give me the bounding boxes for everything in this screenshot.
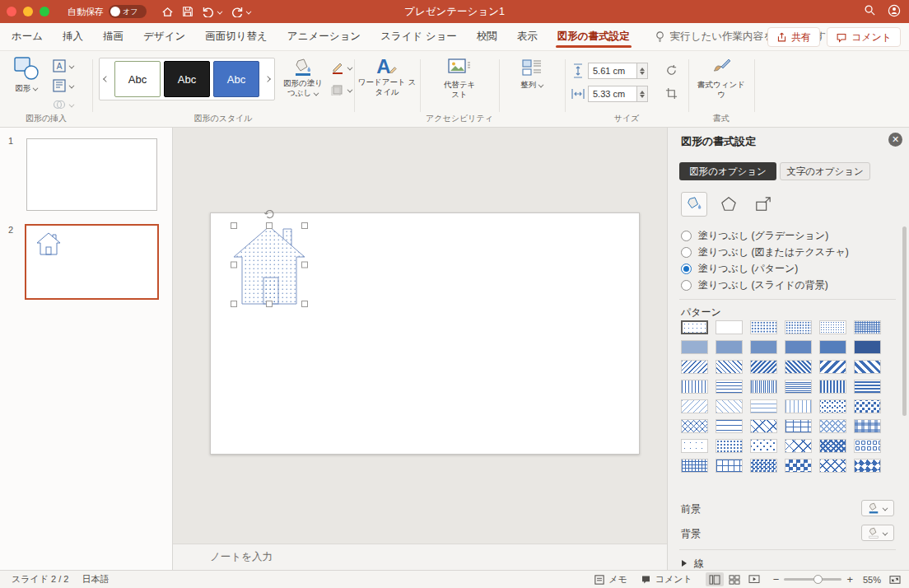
pattern-swatch-sm-grid[interactable] xyxy=(681,459,708,473)
gallery-prev-button[interactable] xyxy=(100,58,113,100)
gallery-next-button[interactable] xyxy=(261,58,274,100)
share-button[interactable]: 共有 xyxy=(767,27,820,47)
merge-shapes-button[interactable] xyxy=(53,99,74,110)
house-shape[interactable] xyxy=(234,226,305,304)
pattern-swatch-dk-up-diag[interactable] xyxy=(785,360,812,374)
shape-height-input[interactable] xyxy=(588,63,637,79)
notes-bar[interactable]: ノートを入力 xyxy=(173,544,667,570)
undo-button[interactable] xyxy=(202,6,222,17)
tab-insert[interactable]: 挿入 xyxy=(63,23,83,50)
tab-draw[interactable]: 描画 xyxy=(103,23,124,50)
tab-slideshow[interactable]: スライド ショー xyxy=(380,23,457,50)
pattern-swatch-dot70[interactable] xyxy=(750,340,777,354)
effects-tab[interactable] xyxy=(716,192,742,217)
foreground-color-button[interactable] xyxy=(861,500,894,516)
pattern-swatch-dot20[interactable] xyxy=(750,320,777,334)
crop-button[interactable] xyxy=(665,87,678,102)
fill-option-pattern[interactable]: 塗りつぶし (パターン) xyxy=(681,261,798,276)
pattern-swatch-lt-horz[interactable] xyxy=(716,380,743,394)
pattern-swatch-divot[interactable] xyxy=(681,439,708,453)
pattern-swatch-diag-brick[interactable] xyxy=(750,419,777,433)
notes-toggle-button[interactable]: メモ xyxy=(594,573,627,586)
pattern-swatch-dot5[interactable] xyxy=(681,320,708,334)
fit-slide-button[interactable] xyxy=(889,575,901,585)
height-stepper[interactable] xyxy=(637,63,648,79)
pattern-swatch-dash-up-diag[interactable] xyxy=(716,399,743,413)
shape-outline-button[interactable] xyxy=(331,61,352,74)
close-pane-button[interactable]: ✕ xyxy=(888,133,902,147)
pattern-swatch-out-diamond[interactable] xyxy=(819,459,846,473)
rotate-button[interactable] xyxy=(665,64,678,79)
format-pane-button[interactable]: 書式ウィンドウ xyxy=(697,58,746,100)
pattern-swatch-lg-grid[interactable] xyxy=(716,459,743,473)
shape-style-preset-3[interactable]: Abc xyxy=(213,61,259,97)
pane-tab-shape-options[interactable]: 図形のオプション xyxy=(679,162,776,180)
tab-view[interactable]: 表示 xyxy=(517,23,538,50)
line-section-header[interactable]: 線 xyxy=(681,556,704,571)
tab-shape-format[interactable]: 図形の書式設定 xyxy=(557,23,630,50)
shape-fill-button[interactable]: 図形の塗りつぶし xyxy=(280,58,326,98)
comments-toggle-button[interactable]: コメント xyxy=(641,573,692,586)
pattern-swatch-weave[interactable] xyxy=(819,419,846,433)
redo-button[interactable] xyxy=(231,6,251,17)
tab-design[interactable]: デザイン xyxy=(143,23,185,50)
pattern-swatch-wide-up-diag[interactable] xyxy=(854,360,881,374)
pattern-swatch-sm-check[interactable] xyxy=(750,459,777,473)
slide-thumbnail-2[interactable] xyxy=(25,224,159,300)
pattern-swatch-dot60[interactable] xyxy=(716,340,743,354)
pattern-swatch-dk-horz[interactable] xyxy=(854,380,881,394)
slide-canvas[interactable] xyxy=(173,128,667,544)
size-properties-tab[interactable] xyxy=(750,192,776,217)
pattern-swatch-dot50[interactable] xyxy=(681,340,708,354)
pattern-swatch-lt-up-diag[interactable] xyxy=(716,360,743,374)
pattern-swatch-lg-check[interactable] xyxy=(785,459,812,473)
pattern-swatch-dot10[interactable] xyxy=(716,320,743,334)
pattern-swatch-lt-down-diag[interactable] xyxy=(681,360,708,374)
pattern-swatch-dash-down-diag[interactable] xyxy=(681,399,708,413)
pattern-swatch-dot30[interactable] xyxy=(819,320,846,334)
shape-style-preset-1[interactable]: Abc xyxy=(114,61,161,97)
pane-scrollbar[interactable] xyxy=(902,226,907,416)
search-button[interactable] xyxy=(864,4,876,19)
autosave-switch[interactable]: オフ xyxy=(109,5,147,18)
alt-text-button[interactable]: 代替テキスト xyxy=(440,58,479,100)
pattern-swatch-sphere[interactable] xyxy=(854,439,881,453)
pattern-swatch-dot90[interactable] xyxy=(854,340,881,354)
slideshow-view-button[interactable] xyxy=(745,572,763,586)
arrange-button[interactable]: 整列 xyxy=(512,58,552,90)
shape-effects-button[interactable] xyxy=(331,84,352,96)
zoom-window-button[interactable] xyxy=(40,7,49,16)
tab-home[interactable]: ホーム xyxy=(12,23,43,50)
pattern-swatch-dk-down-diag[interactable] xyxy=(750,360,777,374)
pane-tab-text-options[interactable]: 文字のオプション xyxy=(780,162,870,180)
pattern-swatch-lg-confetti[interactable] xyxy=(854,399,881,413)
tab-animations[interactable]: アニメーション xyxy=(287,23,361,50)
insert-textbox-button[interactable]: A xyxy=(53,59,74,72)
zoom-out-button[interactable]: − xyxy=(773,573,780,586)
pattern-swatch-wave[interactable] xyxy=(716,419,743,433)
home-button[interactable] xyxy=(161,6,174,18)
pattern-swatch-sm-confetti[interactable] xyxy=(819,399,846,413)
normal-view-button[interactable] xyxy=(706,572,724,586)
pattern-swatch-narrow-vert[interactable] xyxy=(750,380,777,394)
zoom-slider[interactable] xyxy=(784,578,841,581)
pattern-swatch-dash-horz[interactable] xyxy=(750,399,777,413)
insert-vertical-textbox-button[interactable] xyxy=(53,79,74,92)
autosave-toggle[interactable]: 自動保存 オフ xyxy=(68,5,147,18)
pattern-swatch-shingle[interactable] xyxy=(785,439,812,453)
pattern-swatch-trellis[interactable] xyxy=(819,439,846,453)
pattern-swatch-horz-brick[interactable] xyxy=(785,419,812,433)
fill-option-slide-background[interactable]: 塗りつぶし (スライドの背景) xyxy=(681,278,828,292)
tab-review[interactable]: 校閲 xyxy=(477,23,497,50)
tab-transitions[interactable]: 画面切り替え xyxy=(205,23,268,50)
selected-house-shape[interactable] xyxy=(224,206,319,313)
wordart-styles-button[interactable]: A ワードアート スタイル xyxy=(357,56,417,97)
pattern-swatch-dot80[interactable] xyxy=(819,340,846,354)
pattern-swatch-dot25[interactable] xyxy=(785,320,812,334)
zoom-in-button[interactable]: + xyxy=(846,573,853,586)
pattern-swatch-plaid[interactable] xyxy=(854,419,881,433)
comments-button[interactable]: コメント xyxy=(827,27,901,47)
pattern-swatch-dot-diamond[interactable] xyxy=(750,439,777,453)
slide-editing-surface[interactable] xyxy=(210,212,640,455)
pattern-swatch-dash-vert[interactable] xyxy=(785,399,812,413)
